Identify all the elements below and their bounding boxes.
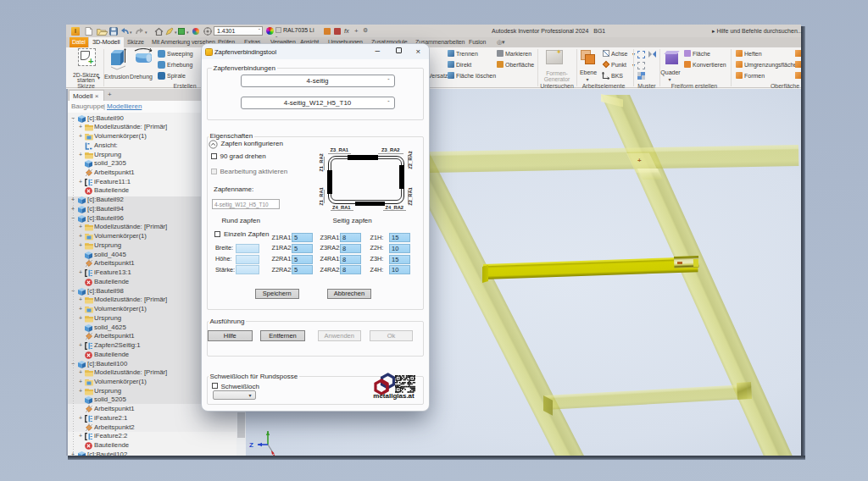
svg-text:Z: Z [249,441,253,449]
